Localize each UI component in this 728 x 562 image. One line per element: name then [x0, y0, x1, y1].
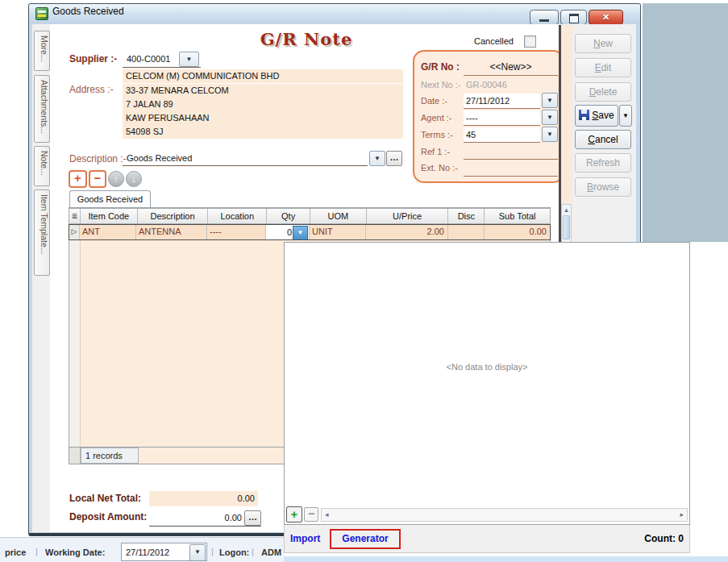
grid-corner-icon[interactable]: ≣: [69, 209, 81, 223]
grn-no-underline: [464, 75, 558, 76]
deposit-amount-label: Deposit Amount:: [69, 511, 147, 522]
cancel-button[interactable]: Cancel: [575, 130, 631, 149]
row-indicator: ▷: [69, 225, 80, 239]
working-date-dropdown-button[interactable]: ▼: [189, 544, 206, 561]
records-count: 1 records: [81, 448, 139, 464]
ellipsis-icon: …: [390, 152, 399, 162]
no-data-text: <No data to display>: [284, 362, 690, 372]
chevron-down-icon: ▼: [547, 97, 553, 104]
grid-indicator-column: [69, 240, 81, 447]
status-separator: |: [252, 547, 254, 556]
terms-label: Terms :-: [421, 130, 453, 139]
save-dropdown-button[interactable]: ▼: [619, 105, 632, 127]
terms-dropdown-button[interactable]: ▼: [542, 127, 558, 142]
deposit-amount-text: 0.00: [225, 513, 242, 522]
scroll-up-icon[interactable]: ▴: [562, 205, 571, 214]
scrollbar-thumb[interactable]: [563, 215, 570, 239]
new-button[interactable]: New: [575, 34, 631, 53]
description-ellipsis-button[interactable]: …: [386, 151, 402, 166]
cell-disc[interactable]: [448, 225, 485, 239]
sidebar-tab-note[interactable]: Note...: [34, 146, 50, 186]
cell-uprice[interactable]: 2.00: [366, 225, 448, 239]
generator-link[interactable]: Generator: [342, 533, 388, 544]
description-field[interactable]: Goods Received: [127, 153, 192, 163]
row-indicator-icon: ▷: [72, 227, 77, 235]
move-up-button[interactable]: ↑: [108, 171, 124, 187]
sidebar-tab-item-template[interactable]: Item Template...: [34, 189, 50, 276]
sidebar-tab-label: Attachments...: [40, 80, 49, 134]
col-header-uprice[interactable]: U/Price: [367, 209, 449, 223]
minimize-button[interactable]: [530, 10, 559, 25]
cancelled-checkbox[interactable]: [524, 35, 536, 48]
ref1-underline[interactable]: [464, 159, 558, 160]
sidebar-tab-attachments[interactable]: Attachments...: [34, 75, 50, 143]
scroll-right-icon[interactable]: ▸: [680, 509, 684, 521]
col-header-location[interactable]: Location: [208, 209, 267, 223]
plus-icon: +: [74, 171, 81, 185]
cell-qty[interactable]: 0 ▼: [266, 225, 310, 239]
screen: Goods Received ✕ More... Attachments... …: [0, 0, 728, 562]
deposit-amount-value[interactable]: 0.00: [149, 510, 242, 525]
ref1-label: Ref 1 :-: [421, 147, 450, 156]
import-link[interactable]: Import: [290, 533, 320, 544]
agent-dropdown-button[interactable]: ▼: [542, 110, 558, 125]
delete-button[interactable]: Delete: [575, 82, 631, 102]
deposit-underline: [149, 526, 261, 527]
description-label: Description :-: [69, 153, 127, 164]
chevron-down-icon: ▼: [186, 56, 193, 63]
col-header-subtotal[interactable]: Sub Total: [485, 209, 550, 223]
supplier-name-field: CELCOM (M) COMMUNICATION BHD: [123, 69, 403, 83]
move-down-button[interactable]: ↓: [126, 171, 142, 187]
address-line: 54098 SJ: [123, 125, 403, 139]
scroll-left-icon[interactable]: ◂: [325, 509, 329, 521]
sidebar-tab-more[interactable]: More...: [34, 31, 50, 71]
save-button[interactable]: Save: [575, 105, 618, 127]
grn-no-value[interactable]: <<New>>: [464, 61, 558, 73]
working-date-label: Working Date:: [45, 547, 105, 557]
working-date-combo[interactable]: 27/11/2012 ▼: [121, 543, 207, 561]
address-line-text: 33-37 MENARA CELCOM: [126, 85, 229, 95]
chevron-down-icon: ▼: [374, 155, 381, 162]
agent-field[interactable]: ----: [464, 110, 540, 125]
status-separator: |: [35, 547, 38, 556]
agent-label: Agent :-: [421, 113, 452, 123]
col-header-disc[interactable]: Disc: [448, 209, 485, 223]
close-button[interactable]: ✕: [589, 10, 623, 25]
overlay-add-button[interactable]: +: [286, 506, 302, 522]
cell-uom[interactable]: UNIT: [310, 225, 366, 239]
date-field[interactable]: 27/11/2012: [464, 94, 540, 108]
description-dropdown-button[interactable]: ▼: [369, 151, 385, 166]
refresh-button[interactable]: Refresh: [575, 153, 631, 173]
col-header-item-code[interactable]: Item Code: [81, 209, 138, 223]
supplier-dropdown-button[interactable]: ▼: [179, 52, 199, 67]
overlay-horizontal-scrollbar[interactable]: ◂ ▸: [321, 508, 688, 522]
chevron-down-icon: ▼: [297, 229, 304, 236]
address-line: 7 JALAN 89: [123, 98, 403, 111]
tab-goods-received[interactable]: Goods Received: [69, 190, 151, 208]
qty-dropdown-button[interactable]: ▼: [293, 226, 308, 239]
terms-underline: [464, 142, 540, 143]
edit-button[interactable]: Edit: [575, 58, 631, 77]
remove-row-button[interactable]: −: [89, 170, 106, 188]
logon-value: ADM: [261, 547, 281, 557]
supplier-code-field[interactable]: 400-C0001: [127, 54, 170, 64]
browse-button[interactable]: Browse: [575, 177, 631, 197]
terms-field[interactable]: 45: [464, 127, 540, 142]
ext-no-underline[interactable]: [464, 176, 558, 177]
cell-description[interactable]: ANTENNA: [136, 225, 207, 239]
date-dropdown-button[interactable]: ▼: [542, 93, 558, 108]
deposit-ellipsis-button[interactable]: …: [244, 510, 261, 526]
chevron-down-icon: ▼: [622, 112, 629, 119]
cell-subtotal[interactable]: 0.00: [485, 225, 550, 239]
address-line: 33-37 MENARA CELCOM: [123, 84, 403, 98]
cell-item-code[interactable]: ANT: [80, 225, 136, 239]
overlay-remove-button[interactable]: −: [304, 507, 318, 522]
restore-button[interactable]: [560, 10, 587, 25]
address-line: KAW PERUSAHAAN: [123, 111, 403, 125]
generator-highlight-box: Generator: [330, 529, 401, 549]
col-header-description[interactable]: Description: [138, 209, 209, 223]
col-header-qty[interactable]: Qty: [267, 209, 310, 223]
add-row-button[interactable]: +: [69, 170, 87, 188]
cell-location[interactable]: ----: [207, 225, 266, 239]
col-header-uom[interactable]: UOM: [310, 209, 367, 223]
